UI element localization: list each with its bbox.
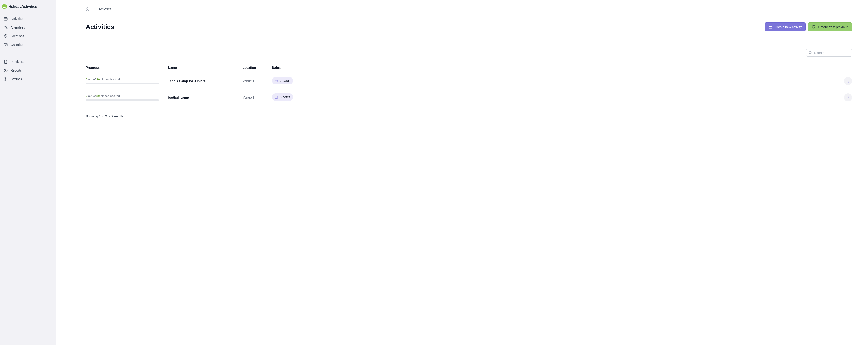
results-summary: Showing 1 to 2 of 2 results: [86, 114, 852, 118]
refresh-icon: [812, 25, 816, 29]
column-header-location[interactable]: Location: [243, 63, 272, 73]
brand-logo[interactable]: HolidayActivities: [0, 4, 56, 14]
sidebar-item-label: Attendees: [10, 26, 25, 29]
download-icon: [4, 68, 8, 72]
activities-table: Progress Name Location Dates 0 out of 20…: [86, 63, 852, 106]
activity-location: Venue 1: [243, 89, 272, 106]
dates-label: 3 dates: [280, 95, 290, 99]
sidebar-item-label: Locations: [10, 34, 24, 38]
sidebar-item-locations[interactable]: Locations: [2, 32, 54, 40]
brand-name: HolidayActivities: [8, 5, 37, 9]
button-label: Create new activity: [775, 25, 802, 29]
calendar-icon: [4, 17, 8, 21]
dates-badge[interactable]: 3 dates: [272, 94, 293, 101]
progress-bar: [86, 83, 159, 84]
breadcrumb-home[interactable]: [86, 7, 90, 11]
main-content: / Activities Activities Create new activ…: [56, 0, 868, 345]
progress-text: 0 out of 20 places booked: [86, 78, 159, 81]
button-label: Create from previous: [818, 25, 848, 29]
sidebar-item-galleries[interactable]: Galleries: [2, 40, 54, 49]
column-header-name[interactable]: Name: [168, 63, 243, 73]
activity-location: Venue 1: [243, 73, 272, 89]
row-menu-button[interactable]: [844, 77, 852, 85]
sidebar-item-attendees[interactable]: Attendees: [2, 23, 54, 32]
breadcrumb: / Activities: [86, 7, 852, 11]
dates-badge[interactable]: 2 dates: [272, 77, 293, 84]
breadcrumb-current: Activities: [99, 7, 111, 11]
page-title: Activities: [86, 23, 114, 31]
more-vertical-icon: [848, 96, 848, 99]
home-icon: [86, 7, 90, 11]
sidebar-item-settings[interactable]: Settings: [2, 75, 54, 83]
sidebar-item-activities[interactable]: Activities: [2, 14, 54, 23]
calendar-icon: [275, 96, 278, 99]
table-row: 0 out of 20 places booked Tennis Camp fo…: [86, 73, 852, 89]
activity-name[interactable]: football camp: [168, 89, 243, 106]
progress-text: 0 out of 20 places booked: [86, 94, 159, 98]
create-new-activity-button[interactable]: Create new activity: [765, 23, 806, 31]
sidebar-item-label: Activities: [10, 17, 23, 21]
dates-label: 2 dates: [280, 79, 290, 82]
more-vertical-icon: [848, 79, 848, 83]
calendar-icon: [769, 25, 772, 29]
calendar-icon: [275, 79, 278, 82]
breadcrumb-separator: /: [94, 7, 95, 11]
column-header-progress[interactable]: Progress: [86, 63, 168, 73]
sidebar: HolidayActivities Activities Attendees L…: [0, 0, 56, 345]
column-header-dates[interactable]: Dates: [272, 63, 852, 73]
image-icon: [4, 43, 8, 47]
file-icon: [4, 60, 8, 64]
map-pin-icon: [4, 34, 8, 38]
search-wrap: [806, 49, 852, 57]
search-icon: [808, 51, 812, 55]
sidebar-item-label: Reports: [10, 69, 22, 72]
activity-name[interactable]: Tennis Camp for Juniors: [168, 73, 243, 89]
users-icon: [4, 25, 8, 30]
table-row: 0 out of 20 places booked football camp …: [86, 89, 852, 106]
sidebar-item-label: Providers: [10, 60, 24, 64]
gear-icon: [4, 77, 8, 81]
row-menu-button[interactable]: [844, 94, 852, 101]
sidebar-item-providers[interactable]: Providers: [2, 57, 54, 66]
logo-mark-icon: [2, 4, 7, 9]
sidebar-item-reports[interactable]: Reports: [2, 66, 54, 75]
sidebar-item-label: Galleries: [10, 43, 23, 46]
create-from-previous-button[interactable]: Create from previous: [808, 23, 852, 31]
sidebar-item-label: Settings: [10, 77, 22, 81]
search-input[interactable]: [806, 49, 852, 57]
progress-bar: [86, 99, 159, 101]
